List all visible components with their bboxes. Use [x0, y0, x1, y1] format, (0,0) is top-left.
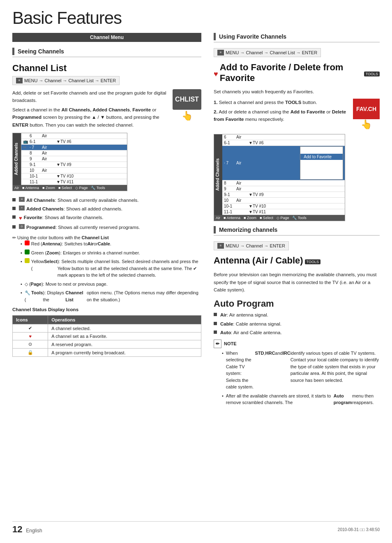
yellow-button — [25, 258, 30, 263]
add-favorite-title-row: ♥ Add to Favorite / Delete from Favorite… — [214, 62, 380, 86]
red-button — [25, 240, 30, 245]
list-item: + Added Channels: Shows all added channe… — [12, 206, 201, 213]
list-item: ♥ Favorite: Shows all favorite channels. — [12, 214, 201, 222]
tools-badge: TOOLS — [364, 72, 380, 76]
fav-steps-container: 1. Select a channel and press the TOOLS … — [214, 99, 380, 130]
note-list: When selecting the Cable TV system: Sele… — [214, 350, 380, 406]
programmed-icon: ⊙ — [19, 224, 25, 229]
menu-icon: ≡ — [16, 78, 23, 83]
fav-steps: 1. Select a channel and press the TOOLS … — [214, 99, 349, 123]
icon-cell: ✔ — [13, 324, 48, 333]
using-favorite-menu-path: ≡ MENU → Channel → Channel List → ENTER — [214, 48, 321, 57]
auto-program-list: Air: Air antenna signal. Cable: Cable an… — [214, 312, 380, 336]
channel-row: 8 Air — [21, 150, 127, 156]
context-menu-channel-name[interactable]: Channel Name Edit — [300, 166, 343, 172]
note-pencil-icon: ✏ — [12, 235, 16, 240]
step-1: 1. Select a channel and press the TOOLS … — [214, 99, 349, 106]
section-bar — [214, 33, 216, 40]
channel-ui-footer: Air ■ Antenna ■ Zoom ■ Select ◇ Page 🔧 T… — [13, 185, 127, 191]
chlist-box-container: CHLIST 👆 — [173, 89, 201, 129]
footer-right-text: 2010-08-31 □□ 3:48:50 — [338, 527, 380, 532]
fav-ch-container: FAV.CH 👆 — [353, 99, 380, 130]
bullet-square — [214, 313, 217, 316]
page-footer: 12 English 2010-08-31 □□ 3:48:50 — [12, 521, 380, 535]
menu-icon: ≡ — [217, 243, 224, 249]
channel-list-title: Channel List — [12, 63, 201, 74]
fav-channel-row: 10 Air — [222, 198, 345, 203]
channel-list-menu-path: ≡ MENU → Channel → Channel List → ENTER — [12, 76, 120, 85]
channel-row: 6 Air — [21, 133, 127, 139]
page-number: 12 — [12, 524, 22, 534]
menu-icon: ≡ — [217, 50, 224, 55]
memorizing-label: Memorizing channels — [219, 226, 277, 233]
channel-type-list: ≡ All Channels: Shows all currently avai… — [12, 197, 201, 231]
auto-program-section: Auto Program Air: Air antenna signal. Ca… — [214, 298, 380, 406]
green-button — [25, 250, 30, 254]
channel-row: 📺 6-1 ▼TV #6 — [21, 139, 127, 145]
heart-icon: ♥ — [214, 70, 218, 79]
fav-channel-row-highlight: · 7 Air Delete Add to Favorite Timer Vie… — [222, 146, 345, 180]
desc-cell: A program currently being broadcast. — [48, 349, 201, 357]
icons-col-header: Icons — [13, 316, 48, 324]
icon-cell: 🔒 — [13, 349, 48, 357]
list-item: ◇ (Page): Move to next or previous page. — [21, 281, 201, 288]
step-2: 2. Add or delete a channel using the Add… — [214, 108, 349, 123]
channel-list-ui: Added Channels 6 Air 📺 6-1 ▼TV #6 — [12, 133, 127, 191]
channel-menu-bar: Channel Menu — [12, 33, 201, 42]
fav-channel-row: 6 Air — [222, 134, 345, 140]
bullet-square — [12, 207, 16, 210]
table-row: ⊙ A reserved program. — [13, 340, 201, 349]
fav-ch-badge: FAV.CH — [353, 99, 380, 119]
status-table-header: Channel Status Display Icons — [12, 307, 201, 312]
antenna-tools-badge: TOOLS — [305, 259, 321, 264]
note-item: When selecting the Cable TV system: Sele… — [222, 350, 380, 390]
fav-channel-row: 11-1 ▼TV #11 — [222, 209, 345, 215]
color-buttons-list: Red (Antenna): Switches to Air or Cable.… — [12, 240, 201, 303]
list-item: Green (Zoom): Enlarges or shrinks a chan… — [21, 250, 201, 256]
channel-list-section: Channel List ≡ MENU → Channel → Channel … — [12, 63, 201, 357]
fav-channel-row: 10-1 ▼TV #10 — [222, 203, 345, 209]
channel-list-intro: Add, delete or set Favorite channels and… — [12, 89, 201, 129]
antenna-title: Antenna (Air / Cable) — [214, 255, 303, 266]
context-menu-delete[interactable]: Delete — [300, 148, 343, 154]
icon-cell: ♥ — [13, 333, 48, 340]
status-table: Icons Operations ✔ A channel selected. ♥… — [12, 315, 201, 357]
section-bar — [214, 226, 216, 233]
color-buttons-note: ✏ Using the color buttons with the Chann… — [12, 235, 201, 303]
section-bar — [12, 48, 14, 55]
list-item: Red (Antenna): Switches to Air or Cable. — [21, 240, 201, 247]
channel-ui-inner: Added Channels 6 Air 📺 6-1 ▼TV #6 — [13, 133, 127, 185]
auto-program-notes: ✏ NOTE When selecting the Cable TV syste… — [214, 340, 380, 406]
fav-channel-row: 9 Air — [222, 186, 345, 192]
status-table-body: ✔ A channel selected. ♥ A channel set as… — [13, 324, 201, 357]
context-menu-add-favorite[interactable]: Add to Favorite — [300, 154, 343, 160]
list-item: ≡ All Channels: Shows all currently avai… — [12, 197, 201, 204]
all-channels-icon: ≡ — [19, 197, 25, 202]
list-item: Air: Air antenna signal. — [214, 312, 380, 319]
fav-finger-icon: 👆 — [361, 119, 372, 130]
context-menu-select-all[interactable]: Select All — [300, 172, 343, 178]
channel-ui-sidebar: Added Channels — [13, 133, 21, 185]
using-favorite-label: Using Favorite Channels — [219, 33, 286, 40]
context-menu-timer[interactable]: Timer Viewing — [300, 160, 343, 166]
fav-channel-ui: Added Channels 6 Air 6-1 ▼TV #6 · 7 Ai — [214, 134, 345, 221]
channel-row: 10-1 ▼TV #10 — [21, 173, 127, 179]
added-channels-icon: + — [19, 206, 25, 210]
desc-cell: A reserved program. — [48, 340, 201, 349]
using-favorite-header: Using Favorite Channels — [214, 33, 380, 42]
table-row: 🔒 A program currently being broadcast. — [13, 349, 201, 357]
fav-channel-footer: Air ■ Antenna ■ Zoom ■ Select ◇ Page 🔧 T… — [214, 215, 345, 221]
operations-col-header: Operations — [48, 316, 201, 324]
list-item: 🔧 (Tools): Displays the Channel List opt… — [21, 289, 201, 303]
fav-channel-row: 9-1 ▼TV #9 — [222, 192, 345, 198]
table-row: ✔ A channel selected. — [13, 324, 201, 333]
antenna-desc: Before your television can begin memoriz… — [214, 271, 380, 293]
channel-row-highlight: ✂ · 7 Air — [21, 145, 127, 150]
right-column: Using Favorite Channels ≡ MENU → Channel… — [214, 33, 380, 408]
memorizing-menu-path: ≡ MENU → Channel → ENTER — [214, 241, 289, 250]
chlist-finger: 👆 — [182, 111, 193, 121]
fav-sidebar: Added Channels — [214, 134, 222, 215]
desc-cell: A channel selected. — [48, 324, 201, 333]
seeing-channels-header: Seeing Channels — [12, 48, 201, 57]
fav-intro: Set channels you watch frequently as Fav… — [214, 88, 380, 95]
